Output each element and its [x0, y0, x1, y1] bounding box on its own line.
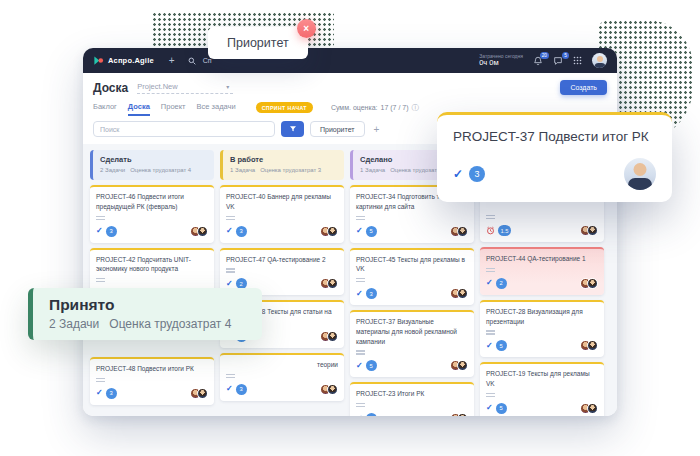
check-icon: ✓ — [226, 385, 233, 393]
task-card[interactable]: PROJECT-28 Визуализация для презентации … — [480, 300, 604, 358]
card-footer: ✓ 5 — [486, 340, 598, 351]
filter-button[interactable] — [281, 121, 304, 137]
priority-filter-chip[interactable]: Приоритет — [310, 121, 365, 137]
avatar — [457, 413, 468, 416]
avatar — [457, 288, 468, 299]
board-column: В работе 1 Задача Оценка трудозатрат 3 P… — [220, 150, 344, 401]
task-card[interactable]: PROJECT-48 Подвести итоги РК ✓ 3 — [90, 357, 214, 405]
task-card[interactable]: PROJECT-44 QA-тестирование 1 ✓ 2 — [480, 247, 604, 295]
avatar — [457, 226, 468, 237]
assignee-avatars — [580, 278, 598, 289]
app-window: Аспро.Agile + Сп Затрачено сегодня 0ч 0м… — [83, 48, 617, 416]
card-status-group: ✓ 3 — [226, 384, 247, 395]
priority-tooltip-label: Приоритет — [227, 36, 289, 50]
card-footer: ✓ 5 — [486, 403, 598, 414]
count-badge: 3 — [236, 226, 247, 237]
task-card[interactable]: PROJECT-40 Баннер для рекламы VK ✓ 3 — [220, 185, 344, 243]
column-meta: 1 Задача Оценка трудозатрат 3 — [230, 167, 337, 174]
add-filter-button[interactable]: + — [374, 124, 380, 135]
task-card-popup[interactable]: PROJECT-37 Подвести итог РК ✓ 3 — [437, 112, 672, 202]
card-status-group: ✓ 3 — [226, 226, 247, 237]
task-card[interactable]: PROJECT-19 Тексты для рекламы VK ✓ 5 — [480, 362, 604, 416]
column-header: В работе 1 Задача Оценка трудозатрат 3 — [220, 150, 344, 180]
description-icon — [356, 349, 365, 355]
info-icon: ⓘ — [412, 103, 420, 113]
card-footer: ✓ 3 — [226, 384, 338, 395]
tab-board[interactable]: Доска — [128, 100, 150, 116]
assignee-avatars — [580, 340, 598, 351]
apps-menu-button[interactable] — [573, 56, 582, 65]
task-title: PROJECT-46 Подвести итоги предыдущей РК … — [96, 192, 208, 212]
task-card[interactable]: PROJECT-23 Итоги РК ✓ 5 — [350, 382, 474, 416]
card-footer: ✓ 5 — [356, 226, 468, 237]
count-badge: 5 — [366, 413, 377, 416]
count-badge: 3 — [236, 384, 247, 395]
avatar — [327, 278, 338, 289]
card-footer: ✓ 3 — [226, 226, 338, 237]
count-badge: 3 — [469, 166, 485, 182]
description-icon — [96, 377, 105, 383]
avatar — [457, 360, 468, 371]
count-badge: 3 — [106, 226, 117, 237]
assignee-avatars — [580, 225, 598, 236]
notifications-badge: 20 — [540, 52, 549, 60]
task-card[interactable]: PROJECT-45 Тексты для рекламы в VK ✓ 3 — [350, 248, 474, 306]
count-badge: 5 — [496, 403, 507, 414]
check-icon: ✓ — [453, 167, 463, 181]
task-card[interactable]: PROJECT-37 Визуальные материалы для ново… — [350, 310, 474, 377]
messages-button[interactable]: 5 — [553, 56, 563, 66]
sprint-summary: Сумм. оценка: 17 (7 / 7) ⓘ — [331, 103, 419, 113]
card-status-group: 1.5 — [486, 225, 511, 236]
sprint-status-badge: СПРИНТ НАЧАТ — [256, 102, 313, 113]
card-status-group: ✓ 5 — [356, 226, 377, 237]
description-icon — [486, 214, 495, 220]
add-icon[interactable]: + — [169, 56, 175, 66]
accepted-title: Принято — [49, 296, 246, 314]
check-icon: ✓ — [356, 290, 363, 298]
assignee-avatars — [450, 360, 468, 371]
column-header: Сделать 2 Задачи Оценка трудозатрат 4 — [90, 150, 214, 180]
task-card[interactable]: PROJECT-46 Подвести итоги предыдущей РК … — [90, 185, 214, 243]
avatar — [587, 340, 598, 351]
notifications-button[interactable]: 20 — [533, 56, 543, 66]
assignee-avatars — [320, 384, 338, 395]
description-icon — [486, 329, 495, 335]
grid-icon — [573, 56, 582, 65]
description-icon — [356, 215, 365, 221]
alarm-clock-icon — [486, 226, 495, 235]
check-icon: ✓ — [486, 279, 493, 287]
check-icon: ✓ — [356, 227, 363, 235]
avatar — [327, 331, 338, 342]
assignee-avatars — [320, 226, 338, 237]
project-selector[interactable]: Project.New ▾ — [137, 82, 233, 94]
count-badge: 3 — [366, 288, 377, 299]
accepted-subtitle: 2 Задачи Оценка трудозатрат 4 — [49, 317, 246, 331]
check-icon: ✓ — [356, 362, 363, 370]
tab-project[interactable]: Проект — [161, 100, 186, 116]
task-card[interactable]: теории ✓ 3 — [220, 353, 344, 401]
avatar — [197, 388, 208, 399]
user-avatar[interactable] — [592, 53, 607, 68]
board-column: Сделать 2 Задачи Оценка трудозатрат 4 PR… — [90, 150, 214, 405]
card-footer: ✓ 3 — [96, 388, 208, 399]
chevron-down-icon: ▾ — [226, 83, 229, 90]
description-icon — [226, 267, 235, 273]
card-status-group: ✓ 5 — [356, 413, 377, 416]
priority-tooltip: Приоритет × — [208, 27, 308, 59]
app-logo[interactable]: Аспро.Agile — [93, 55, 154, 66]
logo-icon — [93, 55, 104, 66]
search-input[interactable] — [93, 121, 275, 137]
column-title: В работе — [230, 155, 337, 164]
card-footer: ✓ 2 — [486, 278, 598, 289]
check-icon: ✓ — [356, 415, 363, 417]
task-title: PROJECT-19 Тексты для рекламы VK — [486, 369, 598, 389]
column-cards: 1.5 PROJECT-44 QA-тестирование 1 ✓ 2 — [480, 185, 604, 416]
tab-backlog[interactable]: Баклог — [93, 100, 117, 116]
count-badge: 2 — [496, 278, 507, 289]
tab-all-tasks[interactable]: Все задачи — [197, 100, 236, 116]
check-icon: ✓ — [96, 227, 103, 235]
card-status-group: ✓ 2 — [486, 278, 507, 289]
close-icon[interactable]: × — [297, 19, 316, 38]
create-button[interactable]: Создать — [560, 80, 607, 95]
search-icon[interactable] — [188, 57, 196, 65]
